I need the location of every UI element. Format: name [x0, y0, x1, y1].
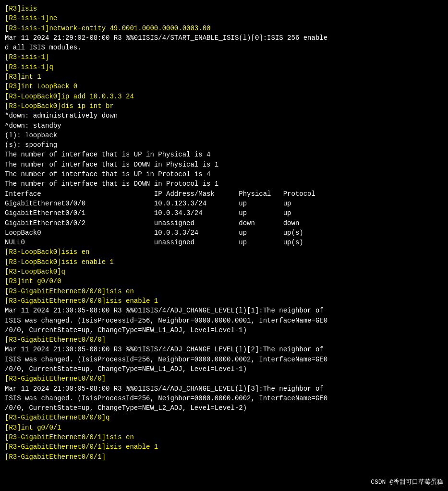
terminal-line: GigabitEthernet0/0/1 10.0.34.3/24 up up — [5, 208, 443, 218]
terminal-line: [R3-LoopBack0]isis enable 1 — [5, 257, 443, 267]
terminal-line: [R3-GigabitEthernet0/0/1] — [5, 452, 443, 462]
terminal-line: ^down: standby — [5, 121, 443, 131]
terminal-line: (l): loopback — [5, 131, 443, 140]
terminal-line: Mar 11 2024 21:30:05-08:00 R3 %%01ISIS/4… — [5, 306, 443, 315]
terminal-line: /0/0, CurrentState=up, ChangeType=NEW_L1… — [5, 325, 443, 335]
terminal-line: [R3]int g0/0/1 — [5, 423, 443, 432]
terminal-line: d all ISIS modules. — [5, 43, 443, 52]
terminal-line: [R3]int 1 — [5, 72, 443, 82]
terminal-line: Mar 11 2024 21:30:05-08:00 R3 %%01ISIS/4… — [5, 345, 443, 354]
terminal-line: *down: administratively down — [5, 111, 443, 120]
terminal-line: [R3-LoopBack0]q — [5, 267, 443, 276]
watermark: CSDN @香甜可口草莓蛋糕 — [371, 478, 443, 486]
terminal-line: [R3-LoopBack0]isis en — [5, 247, 443, 257]
terminal-line: [R3-GigabitEthernet0/0/0] — [5, 374, 443, 383]
terminal-line: [R3-isis-1]ne — [5, 13, 443, 23]
terminal-line: GigabitEthernet0/0/0 10.0.123.3/24 up up — [5, 199, 443, 208]
terminal-window: [R3]isis[R3-isis-1]ne[R3-isis-1]network-… — [0, 0, 448, 491]
terminal-line: [R3-GigabitEthernet0/0/0] — [5, 335, 443, 345]
terminal-line: The number of interface that is DOWN in … — [5, 160, 443, 169]
terminal-line: ISIS was changed. (IsisProcessId=256, Ne… — [5, 355, 443, 364]
terminal-content: [R3]isis[R3-isis-1]ne[R3-isis-1]network-… — [5, 4, 443, 462]
terminal-line: Mar 11 2024 21:30:05-08:00 R3 %%01ISIS/4… — [5, 384, 443, 394]
terminal-line: [R3-LoopBack0]ip add 10.0.3.3 24 — [5, 92, 443, 101]
terminal-line: NULL0 unassigned up up(s) — [5, 238, 443, 247]
terminal-line: [R3-LoopBack0]dis ip int br — [5, 101, 443, 111]
terminal-line: /0/0, CurrentState=up, ChangeType=NEW_L2… — [5, 403, 443, 413]
terminal-line: [R3]int LoopBack 0 — [5, 82, 443, 91]
terminal-line: [R3-GigabitEthernet0/0/1]isis en — [5, 432, 443, 442]
terminal-line: [R3]isis — [5, 4, 443, 13]
terminal-line: ISIS was changed. (IsisProcessId=256, Ne… — [5, 316, 443, 325]
terminal-line: The number of interface that is DOWN in … — [5, 179, 443, 189]
terminal-line: [R3-isis-1] — [5, 52, 443, 62]
terminal-line: [R3-GigabitEthernet0/0/0]q — [5, 413, 443, 422]
terminal-line: [R3-GigabitEthernet0/0/0]isis enable 1 — [5, 296, 443, 306]
terminal-line: [R3-isis-1]q — [5, 62, 443, 72]
terminal-line: Mar 11 2024 21:29:02-08:00 R3 %%01ISIS/4… — [5, 33, 443, 43]
terminal-line: ISIS was changed. (IsisProcessId=256, Ne… — [5, 394, 443, 403]
terminal-line: [R3-GigabitEthernet0/0/1]isis enable 1 — [5, 442, 443, 452]
terminal-line: (s): spoofing — [5, 140, 443, 150]
terminal-line: /0/0, CurrentState=up, ChangeType=NEW_L1… — [5, 364, 443, 374]
terminal-line: LoopBack0 10.0.3.3/24 up up(s) — [5, 228, 443, 238]
terminal-line: [R3-GigabitEthernet0/0/0]isis en — [5, 287, 443, 296]
terminal-line: [R3-isis-1]network-entity 49.0001.0000.0… — [5, 24, 443, 33]
terminal-line: Interface IP Address/Mask Physical Proto… — [5, 189, 443, 199]
terminal-line: The number of interface that is UP in Pr… — [5, 169, 443, 179]
terminal-line: GigabitEthernet0/0/2 unassigned down dow… — [5, 218, 443, 228]
terminal-line: [R3]int g0/0/0 — [5, 276, 443, 286]
terminal-line: The number of interface that is UP in Ph… — [5, 150, 443, 159]
